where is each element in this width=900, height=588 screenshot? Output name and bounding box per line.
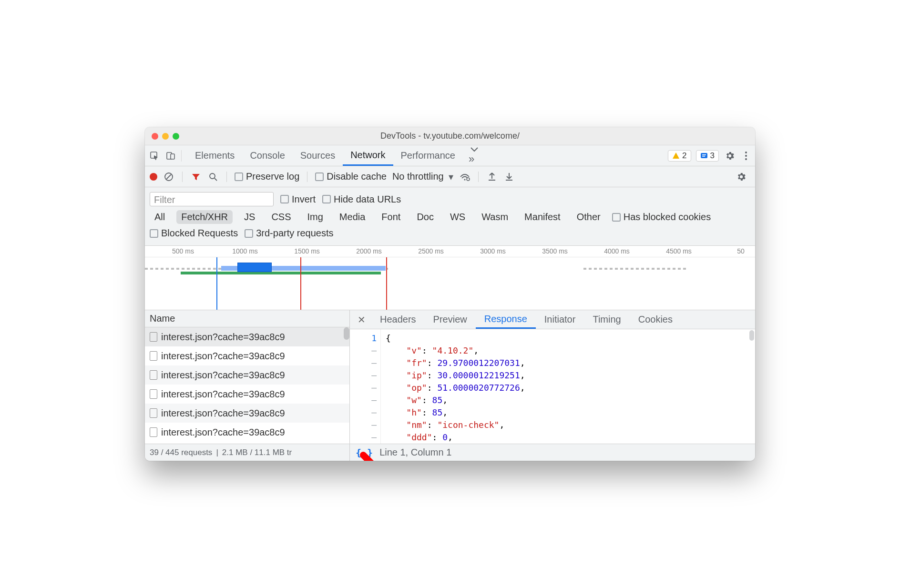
- cursor-position: Line 1, Column 1: [379, 447, 451, 458]
- filter-type-all[interactable]: All: [150, 210, 170, 224]
- window-title: DevTools - tv.youtube.com/welcome/: [145, 131, 755, 141]
- code-line: "w": 85,: [386, 394, 525, 406]
- filter-input[interactable]: Filter: [150, 192, 274, 206]
- gutter-line: –: [350, 382, 377, 394]
- file-icon: [150, 332, 157, 342]
- response-viewer[interactable]: 1–––––––– { "v": "4.10.2", "fr": 29.9700…: [350, 329, 755, 444]
- zoom-window-button[interactable]: [173, 133, 179, 140]
- close-window-button[interactable]: [152, 133, 158, 140]
- tab-sources[interactable]: Sources: [293, 145, 343, 166]
- import-har-icon[interactable]: [486, 171, 498, 182]
- filter-type-js[interactable]: JS: [239, 210, 260, 224]
- toggle-device-toolbar-icon[interactable]: [165, 150, 176, 162]
- more-tabs-icon[interactable]: »: [465, 146, 484, 165]
- network-conditions-icon[interactable]: [459, 171, 470, 182]
- disable-cache-checkbox[interactable]: Disable cache: [315, 171, 387, 182]
- detail-pane: ✕ HeadersPreviewResponseInitiatorTimingC…: [350, 310, 755, 444]
- timeline-body[interactable]: [145, 257, 755, 310]
- search-icon[interactable]: [207, 171, 219, 182]
- svg-rect-2: [171, 154, 174, 159]
- code-line: "op": 51.0000020772726,: [386, 382, 525, 394]
- detail-tab-initiator[interactable]: Initiator: [536, 310, 584, 329]
- tab-network[interactable]: Network: [343, 145, 393, 166]
- blocked-requests-checkbox[interactable]: Blocked Requests: [150, 228, 238, 239]
- filter-type-img[interactable]: Img: [303, 210, 328, 224]
- timeline[interactable]: 500 ms1000 ms1500 ms2000 ms2500 ms3000 m…: [145, 246, 755, 310]
- filter-type-media[interactable]: Media: [335, 210, 370, 224]
- timeline-tick: 2000 ms: [356, 247, 382, 255]
- detail-tab-response[interactable]: Response: [476, 310, 536, 329]
- timeline-tick: 1000 ms: [232, 247, 258, 255]
- network-settings-icon[interactable]: [732, 172, 750, 182]
- close-detail-icon[interactable]: ✕: [352, 314, 371, 325]
- more-options-icon[interactable]: [741, 151, 751, 161]
- filter-type-doc[interactable]: Doc: [412, 210, 439, 224]
- gutter-line: –: [350, 369, 377, 382]
- filter-type-other[interactable]: Other: [572, 210, 605, 224]
- svg-point-6: [745, 152, 747, 153]
- network-toolbar: Preserve log Disable cache No throttling…: [145, 166, 755, 187]
- request-row[interactable]: interest.json?cache=39ac8c9: [145, 423, 349, 442]
- timeline-tick: 4500 ms: [666, 247, 692, 255]
- timeline-tick: 2500 ms: [418, 247, 444, 255]
- request-row[interactable]: interest.json?cache=39ac8c9: [145, 404, 349, 423]
- code-line: "ddd": 0,: [386, 431, 525, 444]
- throttling-select[interactable]: No throttling ▾: [392, 171, 453, 182]
- traffic-lights: [145, 133, 179, 140]
- pretty-print-icon[interactable]: { }: [356, 447, 373, 458]
- record-button[interactable]: [150, 173, 157, 181]
- file-icon: [150, 351, 157, 361]
- preserve-log-checkbox[interactable]: Preserve log: [235, 171, 299, 182]
- tab-console[interactable]: Console: [242, 145, 292, 166]
- detail-tab-cookies[interactable]: Cookies: [630, 310, 681, 329]
- request-list-pane: Name interest.json?cache=39ac8c9interest…: [145, 310, 350, 444]
- gutter-line: –: [350, 357, 377, 369]
- svg-point-7: [745, 155, 747, 157]
- filter-type-fetchxhr[interactable]: Fetch/XHR: [176, 210, 233, 224]
- scrollbar-thumb[interactable]: [749, 330, 754, 341]
- svg-rect-3: [701, 153, 707, 158]
- filter-type-font[interactable]: Font: [377, 210, 405, 224]
- request-list-header[interactable]: Name: [145, 310, 349, 327]
- filter-type-manifest[interactable]: Manifest: [520, 210, 565, 224]
- settings-icon[interactable]: [721, 151, 739, 161]
- svg-line-10: [166, 174, 171, 179]
- gutter-line: 1: [350, 332, 377, 345]
- info-count: 3: [710, 151, 715, 161]
- detail-tab-preview[interactable]: Preview: [425, 310, 476, 329]
- info-badge[interactable]: 3: [696, 150, 719, 162]
- inspect-element-icon[interactable]: [149, 150, 160, 162]
- tab-elements[interactable]: Elements: [187, 145, 242, 166]
- hide-data-urls-checkbox[interactable]: Hide data URLs: [322, 194, 401, 205]
- filter-panel: Filter Invert Hide data URLs AllFetch/XH…: [145, 187, 755, 246]
- request-list[interactable]: interest.json?cache=39ac8c9interest.json…: [145, 327, 349, 444]
- file-icon: [150, 408, 157, 418]
- split-pane: Name interest.json?cache=39ac8c9interest…: [145, 310, 755, 444]
- svg-point-13: [464, 179, 465, 180]
- third-party-checkbox[interactable]: 3rd-party requests: [245, 228, 333, 239]
- gutter-line: –: [350, 406, 377, 419]
- detail-tab-timing[interactable]: Timing: [584, 310, 629, 329]
- filter-type-wasm[interactable]: Wasm: [477, 210, 513, 224]
- request-row[interactable]: interest.json?cache=39ac8c9: [145, 385, 349, 404]
- tab-performance[interactable]: Performance: [393, 145, 463, 166]
- request-row[interactable]: interest.json?cache=39ac8c9: [145, 346, 349, 365]
- detail-tab-headers[interactable]: Headers: [371, 310, 425, 329]
- devtools-window: DevTools - tv.youtube.com/welcome/ Eleme…: [145, 127, 755, 461]
- scrollbar-thumb[interactable]: [344, 327, 349, 340]
- request-row[interactable]: interest.json?cache=39ac8c9: [145, 365, 349, 385]
- filter-icon[interactable]: [190, 171, 202, 182]
- invert-checkbox[interactable]: Invert: [280, 194, 316, 205]
- svg-point-8: [745, 158, 747, 160]
- file-icon: [150, 389, 157, 399]
- minimize-window-button[interactable]: [162, 133, 169, 140]
- response-status-bar: { } Line 1, Column 1: [350, 444, 755, 461]
- filter-type-css[interactable]: CSS: [266, 210, 296, 224]
- export-har-icon[interactable]: [503, 171, 515, 182]
- code-line: "h": 85,: [386, 406, 525, 419]
- filter-type-ws[interactable]: WS: [445, 210, 470, 224]
- request-row[interactable]: interest.json?cache=39ac8c9: [145, 327, 349, 346]
- has-blocked-cookies-checkbox[interactable]: Has blocked cookies: [612, 212, 711, 223]
- clear-icon[interactable]: [163, 171, 174, 182]
- warnings-badge[interactable]: 2: [668, 150, 691, 162]
